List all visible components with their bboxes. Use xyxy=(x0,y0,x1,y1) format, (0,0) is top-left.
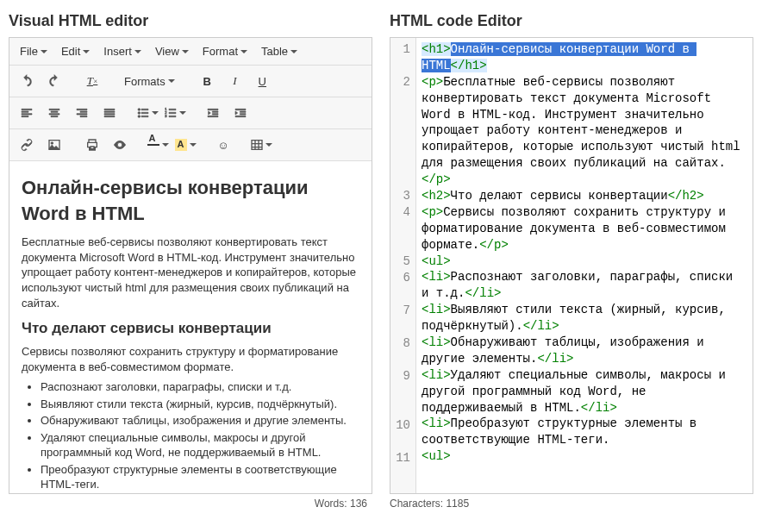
redo-button[interactable] xyxy=(42,69,66,93)
svg-point-6 xyxy=(51,142,53,145)
char-count: Characters: 1185 xyxy=(390,498,753,510)
svg-point-0 xyxy=(138,109,141,111)
svg-text:3: 3 xyxy=(165,114,167,118)
indent-button[interactable] xyxy=(228,101,253,125)
doc-h1: Онлайн-сервисы конвертации Word в HTML xyxy=(22,175,359,226)
chevron-down-icon xyxy=(168,79,175,83)
menu-edit[interactable]: Edit xyxy=(56,41,95,61)
underline-button[interactable]: U xyxy=(250,69,274,93)
svg-point-1 xyxy=(138,112,141,115)
document-content[interactable]: Онлайн-сервисы конвертации Word в HTML Б… xyxy=(9,161,372,493)
print-button[interactable] xyxy=(80,133,104,157)
visual-editor-panel: File Edit Insert View Format Table T× Fo… xyxy=(9,37,372,494)
chevron-down-icon xyxy=(152,111,159,115)
text-color-button[interactable] xyxy=(146,133,170,157)
chevron-down-icon xyxy=(162,143,169,147)
menu-view[interactable]: View xyxy=(150,41,194,61)
align-center-button[interactable] xyxy=(42,101,66,125)
chevron-down-icon xyxy=(290,50,297,53)
table-button[interactable] xyxy=(249,133,273,157)
code-area[interactable]: <h1>Онлайн-сервисы конвертации Word в HT… xyxy=(416,38,753,493)
line-gutter: 1234567891011 xyxy=(390,38,416,493)
doc-list: Распознают заголовки, параграфы, списки … xyxy=(41,379,359,493)
list-item: Выявляют стили текста (жирный, курсив, п… xyxy=(41,397,359,412)
list-item: Преобразуют структурные элементы в соотв… xyxy=(41,462,359,493)
svg-point-2 xyxy=(138,116,141,118)
chevron-down-icon xyxy=(182,50,189,53)
bold-button[interactable]: B xyxy=(195,69,219,93)
doc-p1: Бесплатные веб-сервисы позволяют конверт… xyxy=(22,235,359,310)
clear-format-button[interactable]: T× xyxy=(80,69,104,93)
align-left-button[interactable] xyxy=(15,101,39,125)
align-justify-button[interactable] xyxy=(97,101,122,125)
chevron-down-icon xyxy=(41,50,47,53)
outdent-button[interactable] xyxy=(201,101,225,125)
doc-h2: Что делают сервисы конвертации xyxy=(22,319,359,339)
link-button[interactable] xyxy=(15,133,39,157)
chevron-down-icon xyxy=(190,143,197,147)
image-button[interactable] xyxy=(42,133,66,157)
menu-format[interactable]: Format xyxy=(197,41,253,61)
menubar: File Edit Insert View Format Table xyxy=(9,38,372,66)
undo-button[interactable] xyxy=(15,69,39,93)
toolbar-row-3: ☺ xyxy=(9,129,372,161)
toolbar-row-2: 123 xyxy=(9,97,372,129)
bullet-list-button[interactable] xyxy=(135,101,159,125)
highlight-icon xyxy=(175,139,187,151)
visual-editor-title: Visual HTML editor xyxy=(9,12,372,30)
word-count: Words: 136 xyxy=(9,498,372,510)
align-right-button[interactable] xyxy=(70,101,94,125)
formats-dropdown[interactable]: Formats xyxy=(118,69,181,93)
preview-button[interactable] xyxy=(108,133,132,157)
special-char-button[interactable]: ☺ xyxy=(211,133,235,157)
toolbar-row-1: T× Formats B I U xyxy=(9,66,372,97)
menu-insert[interactable]: Insert xyxy=(98,41,147,61)
chevron-down-icon xyxy=(265,143,272,147)
chevron-down-icon xyxy=(240,50,247,53)
code-editor-title: HTML code Editor xyxy=(390,12,753,30)
italic-button[interactable]: I xyxy=(222,69,247,93)
chevron-down-icon xyxy=(134,50,141,53)
list-item: Обнаруживают таблицы, изображения и друг… xyxy=(41,413,359,429)
menu-table[interactable]: Table xyxy=(256,41,303,61)
list-item: Удаляют специальные символы, макросы и д… xyxy=(41,430,359,460)
chevron-down-icon xyxy=(83,50,90,53)
numbered-list-button[interactable]: 123 xyxy=(163,101,187,125)
chevron-down-icon xyxy=(179,111,186,115)
doc-p2: Сервисы позволяют сохранить структуру и … xyxy=(22,344,359,374)
bg-color-button[interactable] xyxy=(173,133,197,157)
code-editor-panel[interactable]: 1234567891011 <h1>Онлайн-сервисы конверт… xyxy=(390,37,753,494)
list-item: Распознают заголовки, параграфы, списки … xyxy=(41,379,359,395)
menu-file[interactable]: File xyxy=(15,41,53,61)
text-color-icon xyxy=(147,144,159,146)
